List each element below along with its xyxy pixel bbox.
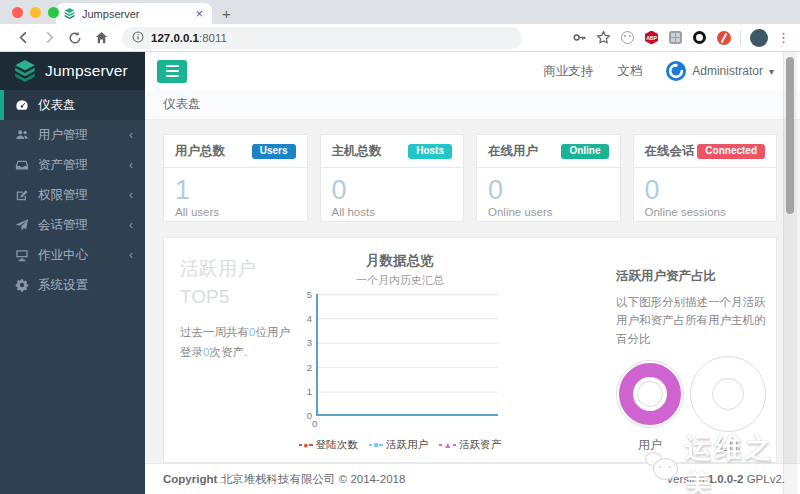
sidebar-item-label: 资产管理 xyxy=(38,157,88,174)
chevron-left-icon xyxy=(129,218,133,232)
new-tab-button[interactable] xyxy=(222,6,231,21)
stat-card-online-sessions: 在线会话 Connected 0 Online sessions xyxy=(633,134,778,222)
stat-value: 0 xyxy=(645,175,766,205)
gears-icon xyxy=(14,278,29,292)
sidebar-toggle-button[interactable] xyxy=(157,60,187,83)
copyright-text: Copyright 北京堆栈科技有限公司 © 2014-2018 xyxy=(163,472,405,487)
sidebar-item-label: 会话管理 xyxy=(38,217,88,234)
stat-caption: All hosts xyxy=(332,206,453,218)
window-controls xyxy=(12,7,59,18)
browser-menu-icon[interactable] xyxy=(777,31,790,44)
jumpserver-logo-icon xyxy=(12,58,38,84)
logo-text: Jumpserver xyxy=(45,62,128,80)
browser-toolbar-right: ABP xyxy=(572,29,790,47)
docs-link[interactable]: 文档 xyxy=(617,63,642,80)
chart-plot-area xyxy=(316,294,498,416)
username: Administrator xyxy=(692,64,763,78)
chart-title: 月数据总览 xyxy=(302,252,498,270)
stats-row: 用户总数 Users 1 All users 主机总数 Hosts xyxy=(163,134,777,222)
stat-caption: Online users xyxy=(488,206,609,218)
extension-smiley-icon[interactable] xyxy=(620,30,635,45)
sidebar-item-assets[interactable]: 资产管理 xyxy=(0,150,145,180)
home-icon[interactable] xyxy=(88,30,114,45)
tab-title: Jumpserver xyxy=(82,8,193,20)
user-avatar xyxy=(666,61,686,81)
sidebar-item-users[interactable]: 用户管理 xyxy=(0,120,145,150)
paper-plane-icon xyxy=(14,218,29,232)
legend-item-active-assets[interactable]: ▲活跃资产 xyxy=(439,438,501,452)
stat-caption: All users xyxy=(175,206,296,218)
stat-card-title: 在线会话 xyxy=(645,143,695,160)
top5-description: 过去一周共有0位用户登录0次资产. xyxy=(180,322,298,362)
chevron-left-icon xyxy=(129,248,133,262)
stat-card-online-users: 在线用户 Online 0 Online users xyxy=(476,134,621,222)
triangle-marker-icon: ▲ xyxy=(443,441,451,450)
caret-down-icon xyxy=(769,66,774,77)
extension-blocker-icon[interactable] xyxy=(716,30,731,45)
bookmark-star-icon[interactable] xyxy=(596,30,611,45)
main-area: 商业支持 文档 Administrator 仪表盘 用 xyxy=(145,52,800,494)
chart-subtitle: 一个月内历史汇总 xyxy=(302,273,498,288)
reload-icon[interactable] xyxy=(62,31,88,45)
sidebar-item-label: 用户管理 xyxy=(38,127,88,144)
sidebar-item-settings[interactable]: 系统设置 xyxy=(0,270,145,300)
browser-profile-avatar[interactable] xyxy=(750,29,768,47)
sidebar-item-label: 仪表盘 xyxy=(38,97,76,114)
browser-tabbar: Jumpserver xyxy=(0,0,800,24)
url-port: :8011 xyxy=(199,32,227,44)
circle-marker-icon: ● xyxy=(303,441,308,450)
url-bar[interactable]: 127.0.0.1:8011 xyxy=(122,27,522,49)
overview-panel: 活跃用户 TOP5 过去一周共有0位用户登录0次资产. 月数据总览 一个月内历史… xyxy=(163,237,777,463)
breadcrumb-title: 仪表盘 xyxy=(163,96,201,113)
dashboard-icon xyxy=(14,98,29,112)
sidebar-item-permissions[interactable]: 权限管理 xyxy=(0,180,145,210)
chevron-left-icon xyxy=(129,158,133,172)
user-menu[interactable]: Administrator xyxy=(666,61,774,81)
top5-column: 活跃用户 TOP5 过去一周共有0位用户登录0次资产. xyxy=(180,252,298,462)
sidebar-item-sessions[interactable]: 会话管理 xyxy=(0,210,145,240)
ratio-title: 活跃用户资产占比 xyxy=(616,268,766,285)
sidebar-item-job-center[interactable]: 作业中心 xyxy=(0,240,145,270)
footer: Copyright 北京堆栈科技有限公司 © 2014-2018 Version… xyxy=(145,463,800,494)
close-window-button[interactable] xyxy=(12,7,23,18)
scrollbar-thumb[interactable] xyxy=(786,57,794,214)
top5-heading-line2: TOP5 xyxy=(180,285,298,308)
square-marker-icon: ■ xyxy=(373,441,378,450)
sidebar-item-label: 作业中心 xyxy=(38,247,88,264)
status-badge: Users xyxy=(252,144,296,159)
extension-grid-icon[interactable] xyxy=(668,30,683,45)
chart-legend: ●登陆次数 ■活跃用户 ▲活跃资产 xyxy=(302,438,498,452)
legend-item-active-users[interactable]: ■活跃用户 xyxy=(369,438,428,452)
minimize-window-button[interactable] xyxy=(30,7,41,18)
inbox-icon xyxy=(14,158,29,172)
site-info-icon[interactable] xyxy=(132,31,144,45)
users-donut-chart: 用户 xyxy=(616,360,684,454)
jumpserver-logo[interactable]: Jumpserver xyxy=(0,52,145,90)
extension-ring-icon[interactable] xyxy=(692,30,707,45)
jumpserver-favicon-icon xyxy=(63,7,76,20)
browser-tab[interactable]: Jumpserver xyxy=(56,3,212,24)
stat-value: 0 xyxy=(488,175,609,205)
jumpserver-app: Jumpserver 仪表盘 用户管理 资产管理 xyxy=(0,52,800,494)
x-axis-label: 0 xyxy=(312,418,498,429)
maximize-window-button[interactable] xyxy=(48,7,59,18)
donut-charts: 用户 主机 xyxy=(616,360,766,455)
desktop-icon xyxy=(14,248,29,262)
tab-close-icon[interactable] xyxy=(193,7,205,20)
legend-item-logins[interactable]: ●登陆次数 xyxy=(299,438,358,452)
stat-card-title: 主机总数 xyxy=(332,143,382,160)
status-badge: Connected xyxy=(697,144,765,159)
forward-icon[interactable] xyxy=(36,30,62,45)
back-icon[interactable] xyxy=(10,30,36,45)
stat-card-title: 用户总数 xyxy=(175,143,225,160)
sidebar-item-label: 权限管理 xyxy=(38,187,88,204)
hosts-donut-ring xyxy=(712,378,744,410)
dashboard-content: 用户总数 Users 1 All users 主机总数 Hosts xyxy=(145,120,800,463)
toolbar-divider xyxy=(740,30,741,46)
month-overview-chart: 月数据总览 一个月内历史汇总 543210 0 ●登陆次数 xyxy=(302,252,498,452)
password-key-icon[interactable] xyxy=(572,30,587,45)
adblock-plus-icon[interactable]: ABP xyxy=(644,31,659,45)
sidebar-item-dashboard[interactable]: 仪表盘 xyxy=(0,90,145,120)
stat-value: 1 xyxy=(175,175,296,205)
commercial-support-link[interactable]: 商业支持 xyxy=(543,63,593,80)
